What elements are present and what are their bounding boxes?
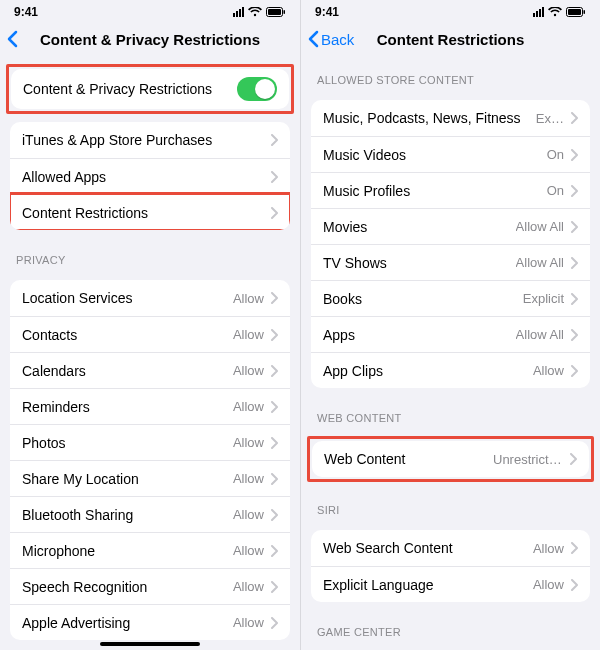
row-label: Photos (22, 435, 233, 451)
allowed-store-row[interactable]: AppsAllow All (311, 316, 590, 352)
page-title: Content Restrictions (377, 31, 525, 48)
row-label: Microphone (22, 543, 233, 559)
privacy-row[interactable]: Bluetooth SharingAllow (10, 496, 290, 532)
row-label: Reminders (22, 399, 233, 415)
status-time: 9:41 (14, 5, 38, 19)
row-label: Music Videos (323, 147, 547, 163)
row-value: On (547, 183, 564, 198)
chevron-right-icon (270, 545, 278, 557)
chevron-right-icon (570, 112, 578, 124)
privacy-row[interactable]: Share My LocationAllow (10, 460, 290, 496)
row-allowed-apps[interactable]: Allowed Apps (10, 158, 290, 194)
row-content-restrictions[interactable]: Content Restrictions (10, 194, 290, 230)
row-label: Explicit Language (323, 577, 533, 593)
row-value: Allow (233, 543, 264, 558)
siri-row[interactable]: Web Search ContentAllow (311, 530, 590, 566)
status-indicators (233, 7, 286, 17)
privacy-row[interactable]: MicrophoneAllow (10, 532, 290, 568)
wifi-icon (548, 7, 562, 17)
svg-rect-1 (268, 9, 281, 15)
row-toggle-restrictions[interactable]: Content & Privacy Restrictions (11, 69, 289, 109)
allowed-store-row[interactable]: Music VideosOn (311, 136, 590, 172)
group-store-settings: iTunes & App Store Purchases Allowed App… (10, 122, 290, 230)
chevron-right-icon (570, 542, 578, 554)
row-value: Unrestricted (493, 452, 563, 467)
row-value: Allow All (516, 327, 564, 342)
chevron-right-icon (570, 185, 578, 197)
callout-toggle: Content & Privacy Restrictions (6, 64, 294, 114)
row-value: Allow (533, 577, 564, 592)
privacy-row[interactable]: CalendarsAllow (10, 352, 290, 388)
signal-icon (233, 7, 244, 17)
row-value: Allow (233, 363, 264, 378)
row-value: Allow (233, 471, 264, 486)
group-allowed-store: Music, Podcasts, News, FitnessEx…Music V… (311, 100, 590, 388)
row-label: Calendars (22, 363, 233, 379)
row-label: Location Services (22, 290, 233, 306)
scroll-content: Content & Privacy Restrictions iTunes & … (0, 58, 300, 650)
group-siri: Web Search ContentAllowExplicit Language… (311, 530, 590, 602)
wifi-icon (248, 7, 262, 17)
battery-icon (266, 7, 286, 17)
toggle-switch[interactable] (237, 77, 277, 101)
allowed-store-row[interactable]: BooksExplicit (311, 280, 590, 316)
nav-bar: Back Content Restrictions (301, 20, 600, 58)
chevron-right-icon (270, 365, 278, 377)
chevron-right-icon (270, 207, 278, 219)
chevron-right-icon (270, 292, 278, 304)
row-value: Allow All (516, 219, 564, 234)
row-value: Explicit (523, 291, 564, 306)
back-button[interactable] (6, 30, 20, 48)
group-privacy: Location ServicesAllowContactsAllowCalen… (10, 280, 290, 640)
row-value: Allow (233, 435, 264, 450)
allowed-store-row[interactable]: MoviesAllow All (311, 208, 590, 244)
status-bar: 9:41 (301, 0, 600, 20)
chevron-right-icon (270, 134, 278, 146)
allowed-store-row[interactable]: App ClipsAllow (311, 352, 590, 388)
row-itunes-purchases[interactable]: iTunes & App Store Purchases (10, 122, 290, 158)
scroll-content: Allowed Store Content Music, Podcasts, N… (301, 58, 600, 650)
privacy-row[interactable]: ContactsAllow (10, 316, 290, 352)
section-header-siri: Siri (301, 488, 600, 522)
privacy-row[interactable]: Speech RecognitionAllow (10, 568, 290, 604)
row-label: Apple Advertising (22, 615, 233, 631)
chevron-right-icon (570, 149, 578, 161)
chevron-right-icon (569, 453, 577, 465)
siri-row[interactable]: Explicit LanguageAllow (311, 566, 590, 602)
battery-icon (566, 7, 586, 17)
row-label: Share My Location (22, 471, 233, 487)
svg-rect-4 (568, 9, 581, 15)
chevron-right-icon (570, 365, 578, 377)
allowed-store-row[interactable]: Music, Podcasts, News, FitnessEx… (311, 100, 590, 136)
row-label: Music, Podcasts, News, Fitness (323, 110, 536, 126)
status-indicators (533, 7, 586, 17)
privacy-row[interactable]: PhotosAllow (10, 424, 290, 460)
section-header-allowed-store: Allowed Store Content (301, 58, 600, 92)
row-value: Allow (533, 363, 564, 378)
chevron-right-icon (570, 257, 578, 269)
privacy-row[interactable]: Location ServicesAllow (10, 280, 290, 316)
back-label: Back (321, 31, 354, 48)
row-label: Music Profiles (323, 183, 547, 199)
callout-web-content: Web Content Unrestricted (307, 436, 594, 482)
row-value: Allow (233, 327, 264, 342)
back-button[interactable]: Back (307, 30, 354, 48)
allowed-store-row[interactable]: TV ShowsAllow All (311, 244, 590, 280)
section-header-privacy: Privacy (0, 238, 300, 272)
row-value: Allow All (516, 255, 564, 270)
chevron-right-icon (270, 171, 278, 183)
row-label: Books (323, 291, 523, 307)
status-bar: 9:41 (0, 0, 300, 20)
allowed-store-row[interactable]: Music ProfilesOn (311, 172, 590, 208)
privacy-row[interactable]: RemindersAllow (10, 388, 290, 424)
row-value: Allow (233, 579, 264, 594)
chevron-right-icon (270, 401, 278, 413)
chevron-right-icon (270, 509, 278, 521)
row-value: Allow (233, 291, 264, 306)
chevron-right-icon (270, 581, 278, 593)
privacy-row[interactable]: Apple AdvertisingAllow (10, 604, 290, 640)
row-web-content[interactable]: Web Content Unrestricted (312, 441, 589, 477)
chevron-right-icon (270, 473, 278, 485)
section-header-web: Web Content (301, 396, 600, 430)
chevron-right-icon (570, 221, 578, 233)
